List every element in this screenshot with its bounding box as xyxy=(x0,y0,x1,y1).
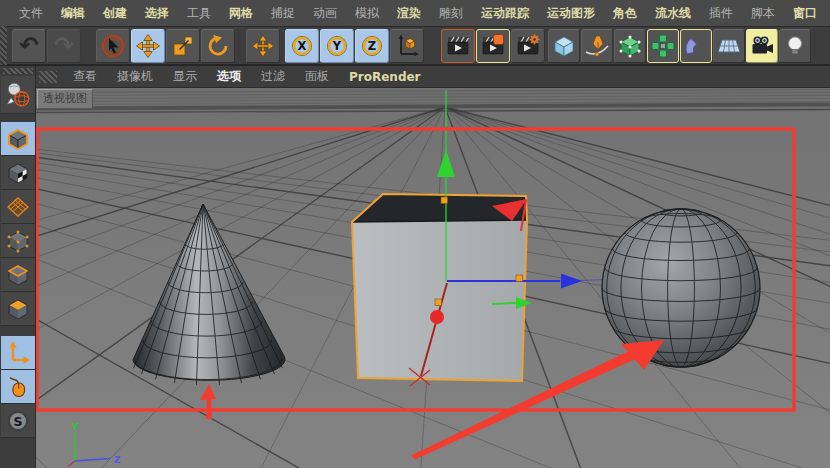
menu-item-character[interactable]: 角色 xyxy=(604,0,646,27)
menu-item-motion-tracker[interactable]: 运动跟踪 xyxy=(472,0,538,27)
make-editable-button[interactable] xyxy=(1,76,35,114)
snap-button[interactable]: S xyxy=(1,404,35,438)
vp-menu-panel[interactable]: 面板 xyxy=(295,68,339,85)
model-mode-button[interactable] xyxy=(1,122,35,156)
mouse-tweak-icon xyxy=(5,374,31,400)
cloner-button[interactable] xyxy=(647,29,679,63)
cube-object[interactable] xyxy=(352,194,527,381)
axis-x-lock-icon: X xyxy=(289,33,315,59)
menu-item-file[interactable]: 文件 xyxy=(10,0,52,27)
move-icon xyxy=(135,33,161,59)
viewport-menubar: 查看 摄像机 显示 选项 过滤 面板 ProRender xyxy=(36,66,830,88)
render-picture-viewer-icon xyxy=(480,33,506,59)
sphere-object[interactable] xyxy=(602,209,760,367)
camera-icon xyxy=(749,33,775,59)
menu-item-pipeline[interactable]: 流水线 xyxy=(646,0,700,27)
cloner-icon xyxy=(650,33,676,59)
object-axis-point[interactable] xyxy=(430,310,444,324)
main-toolbar: ↶ ↷ xyxy=(0,27,830,66)
coordinate-system-icon xyxy=(394,33,420,59)
redo-icon: ↷ xyxy=(54,34,73,57)
axis-z-lock-icon: Z xyxy=(359,33,385,59)
subdivision-surface-button[interactable] xyxy=(614,29,646,63)
camera-button[interactable] xyxy=(746,29,778,63)
deformer-button[interactable] xyxy=(680,29,712,63)
primitive-cube-button[interactable] xyxy=(548,29,580,63)
points-mode-button[interactable] xyxy=(1,224,35,258)
menu-item-sculpt[interactable]: 雕刻 xyxy=(430,0,472,27)
viewport-menubar-drag-handle[interactable] xyxy=(39,71,57,83)
menu-item-create[interactable]: 创建 xyxy=(94,0,136,27)
deformer-icon xyxy=(683,33,709,59)
vp-menu-prorender[interactable]: ProRender xyxy=(339,70,431,84)
axis-label-z: Z xyxy=(114,455,121,465)
redo-button[interactable]: ↷ xyxy=(47,29,81,63)
toolbar-drag-handle[interactable] xyxy=(0,26,7,65)
menu-item-animate[interactable]: 动画 xyxy=(304,0,346,27)
menu-item-snap[interactable]: 捕捉 xyxy=(262,0,304,27)
recent-tool-button[interactable] xyxy=(246,29,280,63)
recent-tool-move-icon xyxy=(251,34,275,58)
enable-axis-button[interactable] xyxy=(1,336,35,370)
view-label[interactable]: 透视视图 xyxy=(37,89,93,109)
texture-mode-button[interactable] xyxy=(1,156,35,190)
live-selection-icon xyxy=(100,33,126,59)
lock-z-axis-button[interactable]: Z xyxy=(355,29,389,63)
vp-menu-display[interactable]: 显示 xyxy=(163,68,207,85)
points-mode-icon xyxy=(5,228,31,254)
render-view-button[interactable] xyxy=(441,29,475,63)
enable-axis-icon xyxy=(5,340,31,366)
lock-x-axis-button[interactable]: X xyxy=(285,29,319,63)
polygons-mode-icon xyxy=(5,296,31,322)
floor-button[interactable] xyxy=(713,29,745,63)
lock-y-axis-button[interactable]: Y xyxy=(320,29,354,63)
undo-button[interactable]: ↶ xyxy=(12,29,46,63)
scale-icon xyxy=(170,33,196,59)
menu-item-edit[interactable]: 编辑 xyxy=(52,0,94,27)
vp-menu-filter[interactable]: 过滤 xyxy=(251,68,295,85)
menu-item-select[interactable]: 选择 xyxy=(136,0,178,27)
menu-item-render[interactable]: 渲染 xyxy=(388,0,430,27)
sidebar-drag-handle[interactable] xyxy=(3,68,33,74)
spline-pen-button[interactable] xyxy=(581,29,613,63)
coordinate-system-button[interactable] xyxy=(390,29,424,63)
svg-text:S: S xyxy=(13,413,22,428)
mode-sidebar: S xyxy=(0,66,36,468)
render-picture-viewer-button[interactable] xyxy=(476,29,510,63)
render-settings-button[interactable] xyxy=(511,29,545,63)
live-selection-button[interactable] xyxy=(96,29,130,63)
primitive-cube-icon xyxy=(551,33,577,59)
vp-menu-cameras[interactable]: 摄像机 xyxy=(107,68,163,85)
subdivision-surface-icon xyxy=(617,33,643,59)
polygons-mode-button[interactable] xyxy=(1,292,35,326)
svg-text:Z: Z xyxy=(368,39,376,53)
axis-y-lock-icon: Y xyxy=(324,33,350,59)
menu-item-help[interactable]: 帮助 xyxy=(826,0,830,27)
menu-item-mesh[interactable]: 网格 xyxy=(220,0,262,27)
menu-item-script[interactable]: 脚本 xyxy=(742,0,784,27)
mouse-tweak-button[interactable] xyxy=(1,370,35,404)
menu-item-plugins[interactable]: 插件 xyxy=(700,0,742,27)
light-button[interactable] xyxy=(779,29,811,63)
vp-menu-options[interactable]: 选项 xyxy=(207,68,251,85)
viewport-scene: Y Z xyxy=(36,88,830,468)
make-editable-icon xyxy=(4,80,32,110)
viewport-canvas[interactable]: 透视视图 xyxy=(36,88,830,468)
floor-icon xyxy=(716,33,742,59)
menu-item-window[interactable]: 窗口 xyxy=(784,0,826,27)
rotate-tool-button[interactable] xyxy=(201,29,235,63)
menu-item-tools[interactable]: 工具 xyxy=(178,0,220,27)
vp-menu-view[interactable]: 查看 xyxy=(63,68,107,85)
workplane-mode-button[interactable] xyxy=(1,190,35,224)
axis-label-y: Y xyxy=(71,422,79,432)
svg-text:Y: Y xyxy=(332,39,342,53)
scale-tool-button[interactable] xyxy=(166,29,200,63)
move-tool-button[interactable] xyxy=(131,29,165,63)
render-settings-icon xyxy=(515,33,541,59)
menu-item-simulate[interactable]: 模拟 xyxy=(346,0,388,27)
edges-mode-button[interactable] xyxy=(1,258,35,292)
undo-icon: ↶ xyxy=(19,34,38,57)
svg-text:X: X xyxy=(298,39,307,53)
menu-item-mograph[interactable]: 运动图形 xyxy=(538,0,604,27)
render-view-icon xyxy=(445,33,471,59)
